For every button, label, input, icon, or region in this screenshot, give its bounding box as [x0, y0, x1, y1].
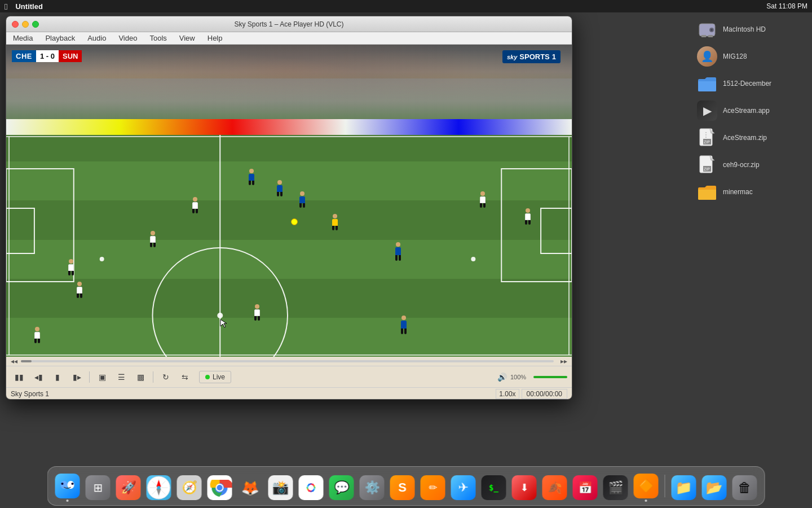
- dock-launchpad[interactable]: 🚀: [114, 474, 143, 502]
- shuffle-button[interactable]: ⇆: [176, 370, 193, 384]
- loop-button[interactable]: ↻: [157, 370, 174, 384]
- acestream-zip-icon: ZIP: [697, 128, 717, 148]
- app-menu-bar: Media Playback Audio Video Tools View He…: [6, 32, 572, 45]
- ceh9-zip-icon: ZIP: [697, 155, 717, 175]
- dock-safari[interactable]: [145, 474, 173, 502]
- dock-messages[interactable]: 💬: [328, 474, 356, 502]
- player-white-3: [68, 259, 74, 275]
- user-label: MIG128: [723, 52, 747, 60]
- stop-button[interactable]: ▮: [49, 370, 66, 384]
- pause-button[interactable]: ▮▮: [11, 370, 28, 384]
- dock-telegram[interactable]: ✈: [449, 474, 478, 502]
- maximize-button[interactable]: [32, 21, 39, 28]
- seek-track[interactable]: [21, 360, 554, 362]
- dock-separator: [665, 475, 665, 497]
- dock-mission-control[interactable]: ⊞: [84, 474, 112, 502]
- dock-folder2[interactable]: 📂: [700, 474, 729, 502]
- svg-rect-5: [501, 169, 572, 282]
- separator-2: [153, 371, 153, 383]
- finder-item-user[interactable]: 👤 MIG128: [688, 43, 812, 70]
- dock-folder1[interactable]: 📁: [670, 474, 698, 502]
- menu-tools[interactable]: Tools: [147, 33, 169, 43]
- photos-icon: [299, 475, 324, 500]
- mission-ctrl-icon: ⊞: [86, 475, 111, 500]
- menu-video[interactable]: Video: [116, 33, 139, 43]
- dock-photos-mgr[interactable]: 📸: [267, 474, 295, 502]
- menu-help[interactable]: Help: [205, 33, 225, 43]
- playlist-button[interactable]: ☰: [113, 370, 130, 384]
- dvd-player-icon: 🎬: [603, 475, 628, 500]
- ace-zip-label: AceStream.zip: [723, 134, 767, 142]
- pitch-lines: [6, 45, 572, 357]
- menu-playback[interactable]: Playback: [43, 33, 77, 43]
- dock-notchmeister[interactable]: 🍂: [541, 474, 569, 502]
- dock-slides[interactable]: S: [389, 474, 417, 502]
- video-area[interactable]: CHE 1 - 0 SUN sky SPORTS 1: [6, 45, 572, 357]
- controls-bar: ▮▮ ◂▮ ▮ ▮▸ ▣ ☰ ▩: [6, 366, 572, 387]
- equalizer-button[interactable]: ▩: [132, 370, 149, 384]
- skip-forward-button[interactable]: ▮▸: [68, 370, 85, 384]
- frame-view-button[interactable]: ▣: [94, 370, 111, 384]
- shuffle-icon: ⇆: [182, 373, 188, 382]
- menu-view[interactable]: View: [177, 33, 197, 43]
- finder-dock-dot: [67, 500, 69, 502]
- torrent-icon: ⬇: [512, 475, 537, 500]
- apple-menu[interactable]: : [5, 2, 7, 11]
- volume-percent: 100%: [510, 374, 530, 380]
- skip-back-button[interactable]: ◂▮: [30, 370, 47, 384]
- player-right-2: [525, 208, 531, 225]
- dock-terminal[interactable]: $_: [480, 474, 508, 502]
- dock-finder[interactable]: [54, 474, 82, 502]
- player-white-1: [192, 197, 198, 213]
- finder-item-ace-app[interactable]: ▶ AceStream.app: [688, 97, 812, 124]
- folder-yellow-icon: [697, 182, 717, 202]
- dock-chrome[interactable]: [206, 474, 234, 502]
- svg-point-11: [100, 257, 104, 261]
- finder-item-minermac[interactable]: minermac: [688, 178, 812, 205]
- vector-icon: ✏: [421, 475, 445, 500]
- svg-point-17: [710, 29, 713, 31]
- finder-sidebar: MacIntosh HD 👤 MIG128 1512-December ▶: [688, 16, 812, 208]
- player-white-2: [150, 231, 156, 247]
- menu-bar-time: Sat 11:08 PM: [766, 2, 807, 10]
- system-menu-bar:  Untitled Sat 11:08 PM: [0, 0, 812, 12]
- dock-firefox[interactable]: 🦊: [236, 474, 264, 502]
- volume-track[interactable]: [533, 376, 567, 378]
- player-blue-3: [395, 242, 401, 261]
- close-button[interactable]: [12, 21, 19, 28]
- telegram-icon: ✈: [451, 475, 476, 500]
- finder-item-hd[interactable]: MacIntosh HD: [688, 16, 812, 43]
- score-display: 1 - 0: [36, 50, 59, 62]
- user-avatar-icon: 👤: [697, 46, 717, 67]
- player-white-5: [34, 327, 40, 343]
- seek-filled: [21, 360, 32, 362]
- finder-item-ace-zip[interactable]: ZIP AceStream.zip: [688, 124, 812, 151]
- window-titlebar: Sky Sports 1 – Ace Player HD (VLC): [6, 16, 572, 32]
- app-name[interactable]: Untitled: [15, 2, 42, 11]
- dock-system-prefs[interactable]: ⚙️: [358, 474, 386, 502]
- dock-trash[interactable]: 🗑: [731, 474, 759, 502]
- svg-point-28: [61, 483, 64, 485]
- skip-forward-icon: ▮▸: [73, 373, 81, 382]
- dock-vlc[interactable]: 🔶: [632, 474, 660, 502]
- player-blue-1: [299, 191, 305, 208]
- slides-icon: S: [390, 475, 415, 500]
- folder1-dock-icon: 📁: [672, 475, 696, 500]
- player-mid-1: [277, 180, 283, 196]
- finder-item-folder1[interactable]: 1512-December: [688, 70, 812, 97]
- seek-bar-area: ◂◂ ▸▸: [6, 357, 572, 366]
- finder-item-ceh9-zip[interactable]: ZIP ceh9-ocr.zip: [688, 151, 812, 178]
- menu-audio[interactable]: Audio: [85, 33, 108, 43]
- dock-compass[interactable]: 🧭: [175, 474, 204, 502]
- dock-vector[interactable]: ✏: [419, 474, 447, 502]
- dock-torrent[interactable]: ⬇: [510, 474, 539, 502]
- fast-forward-icon[interactable]: ▸▸: [561, 357, 567, 365]
- dock-photos[interactable]: [297, 474, 325, 502]
- dock-dvd-player[interactable]: 🎬: [602, 474, 630, 502]
- playlist-icon: ☰: [118, 373, 125, 382]
- menu-media[interactable]: Media: [11, 33, 35, 43]
- dock-hypercal[interactable]: 📅: [571, 474, 599, 502]
- rewind-icon[interactable]: ◂◂: [11, 357, 17, 365]
- minimize-button[interactable]: [22, 21, 29, 28]
- firefox-icon: 🦊: [238, 475, 263, 500]
